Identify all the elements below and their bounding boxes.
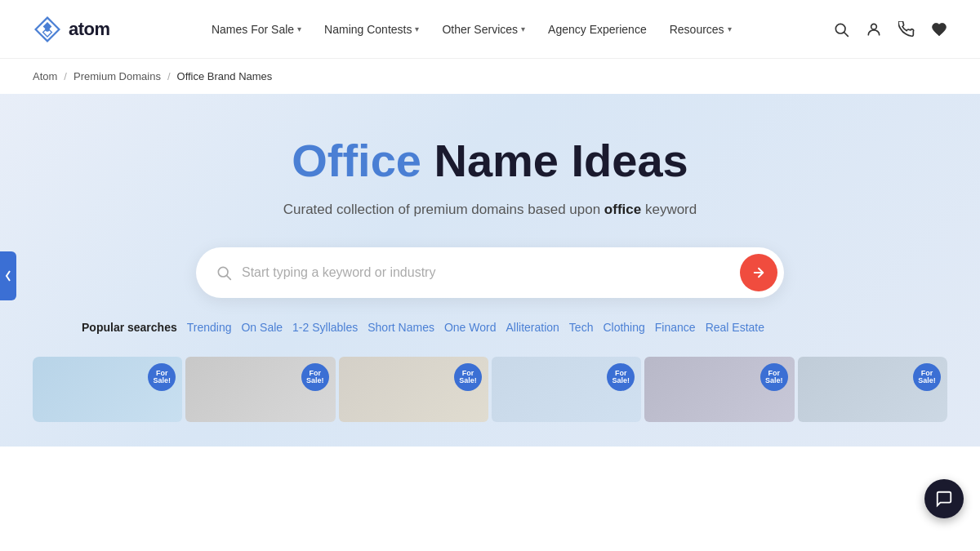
search-button[interactable] — [740, 254, 777, 291]
breadcrumb-sep-1: / — [64, 70, 67, 82]
search-bar — [196, 247, 784, 298]
hero-section: Office Name Ideas Curated collection of … — [0, 94, 980, 447]
domain-card-6[interactable]: For Sale! — [798, 357, 947, 422]
svg-point-0 — [45, 27, 49, 31]
chevron-icon: ▾ — [521, 24, 525, 33]
hero-subtitle: Curated collection of premium domains ba… — [33, 202, 947, 218]
hero-subtitle-pre: Curated collection of premium domains ba… — [283, 202, 604, 217]
tag-on-sale[interactable]: On Sale — [241, 321, 283, 334]
nav-names-for-sale[interactable]: Names For Sale ▾ — [202, 16, 311, 42]
header: atom Names For Sale ▾ Naming Contests ▾ … — [0, 0, 980, 59]
header-icons — [833, 21, 947, 38]
breadcrumb-premium-domains[interactable]: Premium Domains — [74, 70, 161, 82]
main-nav: Names For Sale ▾ Naming Contests ▾ Other… — [202, 16, 742, 42]
nav-other-services[interactable]: Other Services ▾ — [432, 16, 535, 42]
svg-line-2 — [844, 32, 849, 36]
for-sale-badge-5: For Sale! — [760, 363, 788, 391]
svg-line-5 — [227, 276, 231, 280]
chevron-icon: ▾ — [728, 24, 732, 33]
chat-button[interactable] — [924, 479, 964, 518]
nav-resources[interactable]: Resources ▾ — [660, 16, 742, 42]
logo-text: atom — [69, 19, 110, 40]
domain-card-2[interactable]: For Sale! — [185, 357, 335, 422]
for-sale-badge-2: For Sale! — [301, 363, 329, 391]
popular-searches-label: Popular searches — [82, 321, 177, 334]
phone-icon[interactable] — [898, 21, 915, 38]
tag-real-estate[interactable]: Real Estate — [706, 321, 764, 334]
hero-title-rest: Name Ideas — [421, 135, 688, 186]
user-icon[interactable] — [866, 21, 882, 38]
tag-alliteration[interactable]: Alliteration — [506, 321, 559, 334]
chevron-icon: ▾ — [297, 24, 301, 33]
tag-short-names[interactable]: Short Names — [368, 321, 434, 334]
chevron-icon: ▾ — [415, 24, 419, 33]
for-sale-badge-3: For Sale! — [454, 363, 482, 391]
breadcrumb-current: Office Brand Names — [177, 70, 273, 82]
search-icon[interactable] — [833, 21, 849, 38]
domain-card-3[interactable]: For Sale! — [339, 357, 488, 422]
svg-point-3 — [871, 24, 877, 29]
nav-agency-experience[interactable]: Agency Experience — [538, 16, 657, 42]
for-sale-badge-1: For Sale! — [148, 363, 176, 391]
hero-title-highlight: Office — [292, 135, 421, 186]
breadcrumb-atom[interactable]: Atom — [33, 70, 57, 82]
logo[interactable]: atom — [33, 15, 110, 44]
search-icon — [216, 264, 232, 281]
for-sale-badge-6: For Sale! — [913, 363, 941, 391]
hero-title: Office Name Ideas — [33, 135, 947, 187]
left-panel-button[interactable] — [0, 251, 16, 300]
breadcrumb: Atom / Premium Domains / Office Brand Na… — [0, 59, 980, 94]
logo-icon — [33, 15, 62, 44]
search-input[interactable] — [242, 265, 740, 280]
domain-card-1[interactable]: For Sale! — [33, 357, 182, 422]
hero-subtitle-post: keyword — [641, 202, 697, 217]
popular-searches: Popular searches Trending On Sale 1-2 Sy… — [65, 321, 915, 334]
domain-card-4[interactable]: For Sale! — [492, 357, 641, 422]
tag-syllables[interactable]: 1-2 Syllables — [292, 321, 358, 334]
tag-one-word[interactable]: One Word — [444, 321, 497, 334]
tag-finance[interactable]: Finance — [655, 321, 696, 334]
for-sale-badge-4: For Sale! — [607, 363, 635, 391]
breadcrumb-sep-2: / — [167, 70, 171, 82]
heart-icon[interactable] — [931, 21, 947, 38]
nav-naming-contests[interactable]: Naming Contests ▾ — [314, 16, 429, 42]
tag-tech[interactable]: Tech — [569, 321, 594, 334]
hero-subtitle-keyword: office — [604, 202, 641, 217]
tag-trending[interactable]: Trending — [187, 321, 232, 334]
tag-clothing[interactable]: Clothing — [603, 321, 644, 334]
domain-card-5[interactable]: For Sale! — [644, 357, 794, 422]
